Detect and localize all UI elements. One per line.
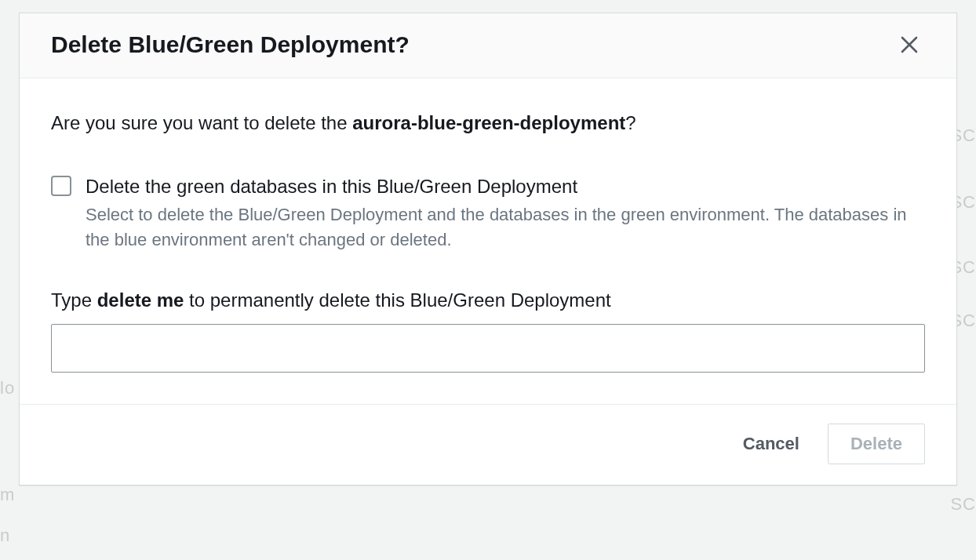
modal-header: Delete Blue/Green Deployment? bbox=[20, 13, 956, 78]
deployment-name: aurora-blue-green-deployment bbox=[352, 112, 625, 133]
delete-green-option: Delete the green databases in this Blue/… bbox=[51, 174, 925, 253]
close-icon bbox=[898, 34, 920, 56]
modal-title: Delete Blue/Green Deployment? bbox=[51, 31, 410, 59]
modal-footer: Cancel Delete bbox=[20, 404, 956, 485]
option-description: Select to delete the Blue/Green Deployme… bbox=[86, 202, 925, 253]
confirm-suffix: ? bbox=[625, 112, 635, 133]
confirm-question: Are you sure you want to delete the auro… bbox=[51, 110, 925, 136]
close-button[interactable] bbox=[894, 29, 925, 60]
option-label: Delete the green databases in this Blue/… bbox=[86, 174, 925, 199]
type-prompt-suffix: to permanently delete this Blue/Green De… bbox=[184, 289, 610, 311]
delete-green-checkbox[interactable] bbox=[51, 176, 71, 196]
confirm-phrase-input[interactable] bbox=[51, 324, 925, 373]
type-prompt-prefix: Type bbox=[51, 289, 97, 311]
type-prompt: Type delete me to permanently delete thi… bbox=[51, 287, 925, 314]
cancel-button[interactable]: Cancel bbox=[737, 426, 806, 462]
option-text: Delete the green databases in this Blue/… bbox=[86, 174, 925, 253]
confirm-prefix: Are you sure you want to delete the bbox=[51, 112, 352, 133]
modal-body: Are you sure you want to delete the auro… bbox=[20, 78, 956, 404]
type-phrase: delete me bbox=[97, 289, 184, 311]
delete-deployment-modal: Delete Blue/Green Deployment? Are you su… bbox=[19, 13, 957, 485]
delete-button[interactable]: Delete bbox=[828, 424, 925, 464]
